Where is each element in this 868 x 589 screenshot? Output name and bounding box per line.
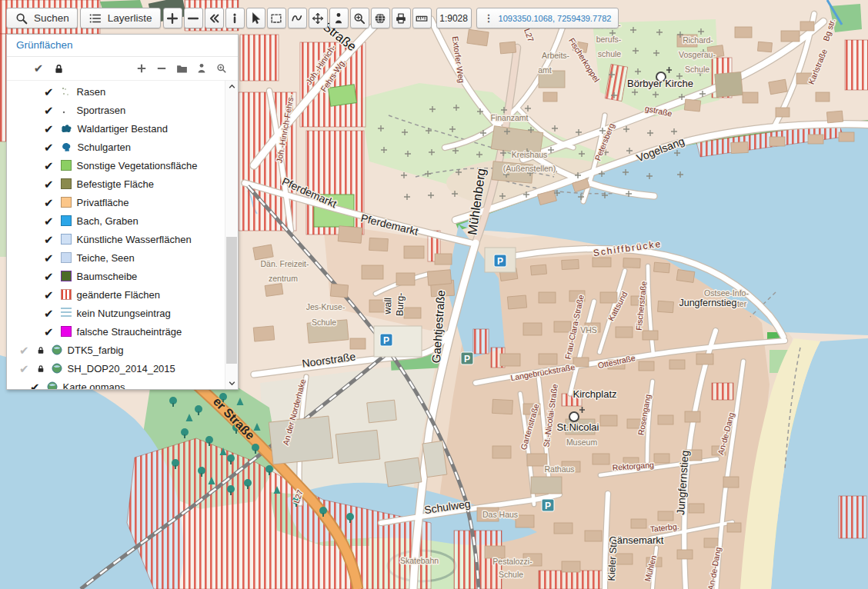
scrollbar-thumb[interactable] xyxy=(226,237,237,364)
layer-label: falsche Straucheinträge xyxy=(77,326,182,338)
layer-checkbox[interactable]: ✔ xyxy=(44,271,54,282)
layer-symbol-schulgarten xyxy=(61,141,72,152)
svg-text:(Außenstellen): (Außenstellen) xyxy=(503,164,556,173)
layer-row[interactable]: ✔Privatfläche xyxy=(44,193,225,211)
layer-row[interactable]: ✔DTK5_farbig xyxy=(19,341,225,359)
svg-text:Skatebahn: Skatebahn xyxy=(400,556,439,565)
layer-row[interactable]: ✔kein Nutzungseintrag xyxy=(44,304,225,322)
svg-text:P: P xyxy=(383,335,389,346)
coordinate-menu-icon: ⋮ xyxy=(484,12,494,24)
pointer-button[interactable] xyxy=(246,8,265,28)
scroll-up-icon[interactable] xyxy=(225,81,238,92)
svg-text:Kreishaus: Kreishaus xyxy=(512,150,548,159)
layer-row[interactable]: ✔Teiche, Seen xyxy=(44,248,225,267)
scale-display[interactable]: 1:9028 xyxy=(436,8,472,28)
layer-row[interactable]: ✔Rasen xyxy=(44,82,225,101)
layer-row[interactable]: ✔Baumscheibe xyxy=(44,267,225,285)
layer-row[interactable]: ✔Bach, Graben xyxy=(44,211,225,230)
layer-row[interactable]: ✔SH_DOP20_2014_2015 xyxy=(19,359,225,378)
select-region-button[interactable] xyxy=(267,8,286,28)
layer-label: SH_DOP20_2014_2015 xyxy=(68,363,175,374)
layer-checkbox[interactable]: ✔ xyxy=(44,123,54,135)
layer-label: Privatfläche xyxy=(77,197,129,208)
search-button[interactable]: Suchen xyxy=(6,8,78,28)
layer-label: kein Nutzungseintrag xyxy=(77,308,171,319)
globe-button[interactable] xyxy=(371,8,390,28)
svg-text:schule: schule xyxy=(598,49,622,58)
lock-icon[interactable] xyxy=(48,63,68,75)
layer-row[interactable]: ✔Sportrasen xyxy=(44,101,225,119)
svg-text:Das Haus: Das Haus xyxy=(482,510,518,519)
user-icon[interactable] xyxy=(192,62,212,75)
layer-label: Sportrasen xyxy=(77,105,126,116)
collapse-button[interactable] xyxy=(205,8,224,28)
layer-checkbox[interactable]: ✔ xyxy=(44,326,54,338)
layer-checkbox[interactable]: ✔ xyxy=(44,141,54,153)
layer-checkbox[interactable]: ✔ xyxy=(44,308,54,319)
layer-checkbox[interactable]: ✔ xyxy=(44,289,54,301)
layer-row[interactable]: ✔Befestigte Fläche xyxy=(44,175,225,193)
layer-label: geänderte Flächen xyxy=(77,289,160,301)
layer-checkbox[interactable]: ✔ xyxy=(44,197,54,208)
layer-row[interactable]: ✔Karte onmaps xyxy=(30,378,225,389)
layer-symbol-lines xyxy=(61,308,72,318)
layer-list-scrollbar[interactable] xyxy=(225,81,238,389)
layer-symbol-square xyxy=(61,271,72,281)
layer-symbol-square xyxy=(61,252,72,263)
pan-button[interactable] xyxy=(309,8,328,28)
check-all-icon[interactable]: ✔ xyxy=(28,62,48,75)
layer-panel: Grünflächen ✔ ✔Rasen✔Sportrasen✔Waldarti… xyxy=(6,34,239,390)
add-layer-icon[interactable] xyxy=(132,62,152,75)
print-button[interactable] xyxy=(392,8,411,28)
layerlist-button[interactable]: Layerliste xyxy=(80,8,161,28)
layer-row[interactable]: ✔Schulgarten xyxy=(44,138,225,156)
scroll-down-icon[interactable] xyxy=(225,378,238,389)
folder-icon[interactable] xyxy=(172,62,192,75)
layer-checkbox[interactable]: ✔ xyxy=(44,215,54,227)
svg-text:Dän. Freizeit-: Dän. Freizeit- xyxy=(260,259,309,268)
map-tool-buttons xyxy=(163,8,432,28)
layer-checkbox[interactable]: ✔ xyxy=(44,234,54,245)
layer-label: Waldartiger Bestand xyxy=(78,123,168,135)
layer-label: Karte onmaps xyxy=(63,381,125,390)
layer-checkbox[interactable]: ✔ xyxy=(44,86,54,98)
layer-row[interactable]: ✔Sonstige Vegetationsfläche xyxy=(44,156,225,175)
layer-checkbox[interactable]: ✔ xyxy=(19,363,29,374)
zoom-in-button[interactable] xyxy=(163,8,182,28)
identify-button[interactable] xyxy=(225,8,245,28)
layer-label: Teiche, Seen xyxy=(77,252,135,264)
zoom-window-button[interactable] xyxy=(350,8,369,28)
search-button-label: Suchen xyxy=(34,12,69,24)
layer-row[interactable]: ✔Künstliche Wasserflächen xyxy=(44,230,225,248)
layer-symbol-stripes xyxy=(61,289,72,300)
measure-button[interactable] xyxy=(412,8,432,28)
layer-list-container: ✔Rasen✔Sportrasen✔Waldartiger Bestand✔Sc… xyxy=(7,81,238,389)
svg-text:St.Nicolai: St.Nicolai xyxy=(557,421,599,433)
remove-layer-icon[interactable] xyxy=(152,62,172,75)
layer-checkbox[interactable]: ✔ xyxy=(19,344,29,356)
svg-text:Schule: Schule xyxy=(685,65,709,74)
draw-button[interactable] xyxy=(288,8,307,28)
layer-symbol-square xyxy=(61,160,72,171)
layer-checkbox[interactable]: ✔ xyxy=(44,178,54,190)
layer-panel-title: Grünflächen xyxy=(7,35,238,57)
layer-checkbox[interactable]: ✔ xyxy=(44,252,54,264)
coordinate-display[interactable]: ⋮ 1093350.1068, 7259439.7782 xyxy=(476,8,619,28)
layer-label: Künstliche Wasserflächen xyxy=(77,234,192,245)
layer-row[interactable]: ✔falsche Straucheinträge xyxy=(44,322,225,341)
layer-checkbox[interactable]: ✔ xyxy=(44,160,54,171)
layer-row[interactable]: ✔geänderte Flächen xyxy=(44,285,225,304)
layer-checkbox[interactable]: ✔ xyxy=(44,105,54,116)
zoom-to-layer-icon[interactable] xyxy=(212,62,232,75)
layer-panel-toolbar: ✔ xyxy=(7,57,238,81)
svg-text:Museum: Museum xyxy=(566,438,598,447)
streetview-button[interactable] xyxy=(329,8,349,28)
layer-symbol-globe xyxy=(52,363,62,374)
layer-symbol-square xyxy=(61,326,72,337)
layer-row[interactable]: ✔Waldartiger Bestand xyxy=(44,119,225,138)
layer-label: Bach, Graben xyxy=(77,215,139,227)
layer-checkbox[interactable]: ✔ xyxy=(30,381,40,390)
layer-symbol-square xyxy=(61,178,72,189)
zoom-out-button[interactable] xyxy=(184,8,203,28)
layer-symbol-square xyxy=(61,234,72,245)
